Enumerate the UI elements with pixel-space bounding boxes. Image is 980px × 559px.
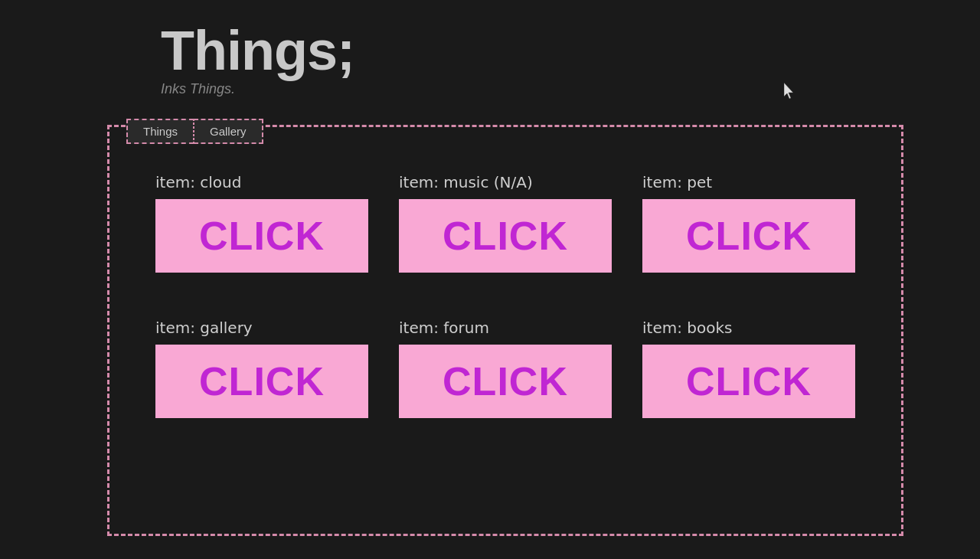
item-label-2: item: pet bbox=[642, 173, 855, 191]
click-button-2[interactable]: CLICK bbox=[642, 199, 855, 273]
item-label-5: item: books bbox=[642, 319, 855, 337]
app-title: Things; bbox=[161, 23, 980, 78]
grid-item-1: item: music (N/A)CLICK bbox=[399, 173, 612, 273]
item-label-3: item: gallery bbox=[155, 319, 368, 337]
grid-item-4: item: forumCLICK bbox=[399, 319, 612, 418]
grid-item-2: item: petCLICK bbox=[642, 173, 855, 273]
items-grid: item: cloudCLICKitem: music (N/A)CLICKit… bbox=[109, 127, 901, 449]
header: Things; Inks Things. bbox=[0, 0, 980, 105]
item-label-0: item: cloud bbox=[155, 173, 368, 191]
grid-item-3: item: galleryCLICK bbox=[155, 319, 368, 418]
main-container: item: cloudCLICKitem: music (N/A)CLICKit… bbox=[107, 125, 903, 536]
tab-things[interactable]: Things bbox=[126, 119, 194, 144]
tab-gallery[interactable]: Gallery bbox=[194, 119, 263, 144]
app-subtitle: Inks Things. bbox=[161, 81, 980, 97]
click-button-3[interactable]: CLICK bbox=[155, 345, 368, 418]
item-label-1: item: music (N/A) bbox=[399, 173, 612, 191]
click-button-1[interactable]: CLICK bbox=[399, 199, 612, 273]
grid-item-0: item: cloudCLICK bbox=[155, 173, 368, 273]
click-button-5[interactable]: CLICK bbox=[642, 345, 855, 418]
click-button-0[interactable]: CLICK bbox=[155, 199, 368, 273]
tabs-container: Things Gallery bbox=[126, 119, 980, 144]
item-label-4: item: forum bbox=[399, 319, 612, 337]
click-button-4[interactable]: CLICK bbox=[399, 345, 612, 418]
grid-item-5: item: booksCLICK bbox=[642, 319, 855, 418]
